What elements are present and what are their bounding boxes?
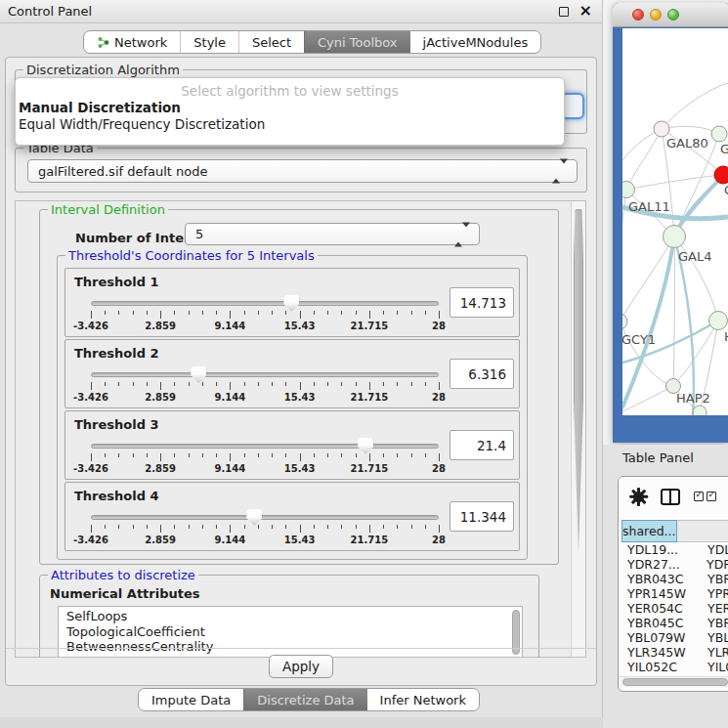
cell-shared-name[interactable]: YER054C [621,601,698,616]
slider-thumb[interactable] [191,366,206,383]
threshold-value-field[interactable]: 21.4 [450,430,514,460]
tab-infer-network[interactable]: Infer Network [367,689,479,710]
threshold-slider[interactable]: -3.4262.8599.14415.4321.71528 [91,441,439,478]
scrollbar-thumb[interactable] [622,678,728,686]
threshold-slider[interactable]: -3.4262.8599.14415.4321.71528 [91,512,439,549]
algorithm-dropdown-popup: Select algorithm to view settings Manual… [15,77,565,146]
cell-name[interactable]: YDL1 [698,542,728,557]
network-node-c[interactable] [714,166,728,184]
network-node-h[interactable] [709,312,728,330]
cell-name[interactable]: YPR1 [698,586,728,601]
table-row[interactable]: YIL052CYIL0 [621,660,728,673]
threshold-value-field[interactable]: 11.344 [450,501,514,532]
tab-network[interactable]: Network [84,31,180,53]
network-canvas[interactable]: GAL80GACGAL11GAL4GCY1HHAP2 [622,28,728,415]
cell-shared-name[interactable]: YDR27... [621,557,697,572]
network-node[interactable] [693,406,707,415]
threshold-slider[interactable]: -3.4262.8599.14415.4321.71528 [91,298,439,335]
tick-label: 21.715 [351,392,389,403]
cell-shared-name[interactable]: YBR045C [621,616,698,630]
slider-track[interactable] [91,301,439,306]
close-icon[interactable]: × [579,1,592,20]
tab-style[interactable]: Style [180,31,238,53]
table-data-combobox[interactable]: galFiltered.sif default node [27,159,578,183]
slider-thumb[interactable] [246,509,262,526]
network-node-label: H [724,329,728,344]
slider-track[interactable] [91,372,439,377]
tick-mark [189,311,190,315]
close-traffic-light-icon[interactable] [632,9,644,21]
network-node-ga[interactable] [711,126,727,142]
apply-button[interactable]: Apply [269,655,333,678]
tab-label: Impute Data [151,693,231,707]
cell-name[interactable]: YLR3 [698,645,728,660]
slider-track[interactable] [91,444,439,449]
checkbox-icon[interactable] [707,492,716,501]
float-window-icon[interactable] [559,7,569,17]
tick-label: 21.715 [351,535,389,545]
slider-thumb[interactable] [283,295,299,312]
network-node-gcy1[interactable] [622,314,627,329]
tick-mark [411,453,412,457]
select-columns-icons[interactable] [694,492,716,501]
cell-name[interactable]: YBL0 [698,630,728,645]
tick-mark [341,382,342,386]
threshold-slider[interactable]: -3.4262.8599.14415.4321.71528 [91,369,439,407]
table-row[interactable]: YBL079WYBL0 [621,630,728,645]
gear-icon[interactable] [630,489,647,505]
cell-name[interactable]: YIL0 [698,660,728,673]
tab-impute-data[interactable]: Impute Data [139,689,243,710]
column-header-name[interactable]: na [677,520,728,542]
cell-name[interactable]: YER0 [698,601,728,616]
tick-label: 15.43 [284,321,316,331]
slider-tick-labels: -3.4262.8599.14415.4321.71528 [91,392,439,404]
slider-track[interactable] [91,515,439,520]
cell-shared-name[interactable]: YBL079W [621,630,698,645]
cell-shared-name[interactable]: YLR345W [621,645,698,660]
cell-shared-name[interactable]: YBR043C [621,572,698,586]
network-node-gal11[interactable] [622,182,635,198]
cell-name[interactable]: YDR2 [697,557,728,572]
algorithm-option-equal-width[interactable]: Equal Width/Frequency Discretization [16,116,564,133]
threshold-value-field[interactable]: 6.316 [450,359,514,389]
table-row[interactable]: YBR045CYBR0 [621,616,728,630]
network-window-titlebar[interactable] [613,3,728,27]
minimize-traffic-light-icon[interactable] [650,9,662,21]
tab-select[interactable]: Select [238,31,304,53]
network-node-gal4[interactable] [664,226,686,248]
cell-shared-name[interactable]: YDL19... [621,542,698,557]
table-toolbar [619,477,728,516]
checkbox-icon[interactable] [694,492,704,501]
attribute-list-item[interactable]: TopologicalCoefficient [59,624,522,640]
tick-mark [327,311,328,315]
cell-name[interactable]: YBR0 [698,616,728,630]
table-row[interactable]: YDR27...YDR2 [621,557,728,572]
table-row[interactable]: YLR345WYLR3 [621,645,728,660]
tab-jactivemnodules[interactable]: jActiveMNodules [410,31,541,53]
table-row[interactable]: YDL19...YDL1 [621,542,728,557]
table-header-row: shared... na [621,520,728,542]
slider-thumb[interactable] [358,438,373,454]
cell-name[interactable]: YBR0 [698,572,728,586]
zoom-traffic-light-icon[interactable] [667,9,679,21]
scrollbar-thumb[interactable] [574,209,583,553]
network-node-gal80[interactable] [654,121,669,137]
column-header-shared-name[interactable]: shared... [621,520,677,542]
attribute-list-item[interactable]: SelfLoops [59,609,522,624]
table-horizontal-scrollbar [619,676,728,687]
tick-mark [216,525,217,529]
tab-cyni-toolbox[interactable]: Cyni Toolbox [304,31,410,53]
tick-mark [133,453,134,457]
cell-shared-name[interactable]: YIL052C [621,660,698,673]
number-of-intervals-combobox[interactable]: 5 [185,223,480,245]
table-row[interactable]: YPR145WYPR1 [621,586,728,601]
table-row[interactable]: YER054CYER0 [621,601,728,616]
algorithm-placeholder-option[interactable]: Select algorithm to view settings [16,83,564,100]
threshold-value-field[interactable]: 14.713 [450,287,514,318]
slider-tick-labels: -3.4262.8599.14415.4321.71528 [91,535,439,546]
columns-icon[interactable] [661,489,680,505]
table-row[interactable]: YBR043CYBR0 [621,572,728,586]
algorithm-option-manual[interactable]: Manual Discretization [16,100,564,116]
tab-discretize-data[interactable]: Discretize Data [243,689,366,710]
cell-shared-name[interactable]: YPR145W [621,586,698,601]
